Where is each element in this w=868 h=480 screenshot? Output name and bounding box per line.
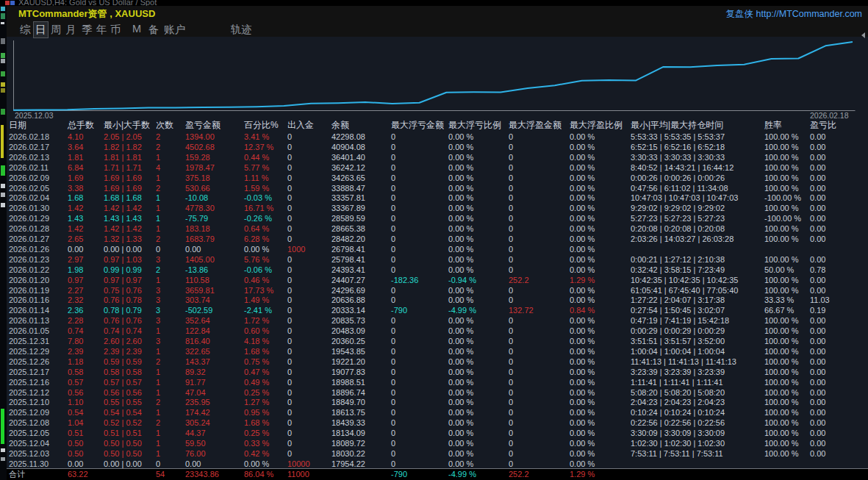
- table-row[interactable]: 2025.11.300.000.00 | 0.0000.000.00 %1000…: [7, 459, 868, 469]
- table-row[interactable]: 2025.12.040.500.50 | 0.50159.500.33 %018…: [7, 438, 868, 448]
- table-row[interactable]: 2025.12.030.500.50 | 0.50176.000.42 %018…: [7, 448, 868, 459]
- table-cell: 0: [391, 173, 447, 183]
- table-cell: 0: [287, 418, 330, 428]
- table-row[interactable]: 2026.01.221.980.99 | 0.992-13.86-0.06 %0…: [7, 265, 868, 275]
- table-cell: 0.00 %: [448, 254, 507, 265]
- table-row[interactable]: 2026.02.041.681.68 | 1.681-10.08-0.03 %0…: [7, 193, 868, 203]
- chart-left-arrow-icon: [861, 32, 865, 38]
- table-cell: 0: [287, 234, 330, 244]
- table-cell: 17954.22: [331, 459, 390, 469]
- menu-item-备[interactable]: 备: [147, 22, 161, 37]
- table-cell: 1: [156, 367, 184, 377]
- menu-item-月[interactable]: 月: [64, 22, 78, 37]
- menu-item-周[interactable]: 周: [49, 22, 63, 37]
- table-row[interactable]: 2026.01.162.320.76 | 0.783303.741.49 %02…: [7, 295, 868, 305]
- table-row[interactable]: 2025.12.081.040.52 | 0.522305.241.68 %01…: [7, 418, 868, 428]
- table-row[interactable]: 2025.12.292.392.39 | 2.391322.651.68 %01…: [7, 346, 868, 357]
- table-row[interactable]: 2026.01.142.360.78 | 0.793-502.59-2.41 %…: [7, 305, 868, 315]
- table-row[interactable]: 2026.01.301.421.42 | 1.4214778.3016.71 %…: [7, 203, 868, 213]
- table-cell: 26798.41: [331, 244, 390, 254]
- table-cell: 3: [156, 295, 184, 305]
- table-row[interactable]: 2026.01.200.970.97 | 0.971110.580.46 %02…: [7, 275, 868, 285]
- table-cell: 0.00 %: [448, 438, 507, 448]
- table-cell: 0: [391, 162, 447, 173]
- table-cell: 9:29:02 | 9:29:02 | 9:29:02: [631, 203, 763, 213]
- table-cell: 59.50: [185, 438, 243, 448]
- table-cell: -790: [391, 469, 447, 480]
- table-cell: 252.2: [509, 275, 568, 285]
- menu-item-轨迹[interactable]: 轨迹: [229, 22, 254, 37]
- table-cell: 0.00 %: [570, 336, 629, 346]
- column-header: 盈亏比: [810, 120, 836, 130]
- menu-item-日[interactable]: 日: [33, 21, 49, 38]
- toolbar-fragment: [1, 7, 5, 11]
- table-row[interactable]: 2026.02.091.691.69 | 1.691375.181.11 %03…: [7, 173, 868, 183]
- table-row[interactable]: 2026.02.173.641.82 | 1.8224502.6812.37 %…: [7, 142, 868, 152]
- brand-link[interactable]: 复盘侠 http://MTCommander.com: [726, 8, 862, 21]
- table-cell: 0.00 %: [448, 173, 507, 183]
- table-row[interactable]: 2026.01.281.421.42 | 1.421183.180.64 %02…: [7, 223, 868, 234]
- table-row[interactable]: 2025.12.050.510.51 | 0.51144.370.25 %018…: [7, 428, 868, 438]
- table-cell: 0.00 %: [570, 213, 629, 223]
- table-cell: -75.79: [185, 213, 243, 223]
- table-cell: 2026.02.11: [9, 162, 66, 173]
- table-cell: 2: [156, 132, 184, 142]
- table-row[interactable]: 2025.12.120.560.56 | 0.56147.040.25 %018…: [7, 387, 868, 398]
- table-cell: 0: [287, 377, 330, 387]
- table-row[interactable]: 2025.12.101.100.55 | 0.552235.951.27 %01…: [7, 397, 868, 407]
- table-row[interactable]: 2026.01.192.270.75 | 0.7633659.8117.73 %…: [7, 285, 868, 295]
- table-row[interactable]: 2026.02.116.841.71 | 1.7141978.475.77 %0…: [7, 162, 868, 173]
- table-row[interactable]: 2025.12.090.540.54 | 0.541174.420.95 %01…: [7, 407, 868, 418]
- table-row[interactable]: 2026.01.132.280.76 | 0.763352.641.72 %02…: [7, 315, 868, 326]
- table-cell: 174.42: [185, 407, 243, 418]
- table-cell: 28589.59: [331, 213, 390, 223]
- table-row[interactable]: 2025.12.170.580.58 | 0.58189.320.47 %019…: [7, 367, 868, 377]
- table-cell: 17.73 %: [244, 285, 286, 295]
- table-row[interactable]: 2025.12.261.180.59 | 0.592143.370.75 %01…: [7, 357, 868, 367]
- menu-item-M[interactable]: M: [131, 22, 143, 35]
- table-cell: 0.00: [810, 357, 861, 367]
- table-cell: 0: [287, 407, 330, 418]
- toolbar-fragment: [1, 457, 5, 461]
- table-row[interactable]: 2026.01.232.970.97 | 1.0331405.005.76 %0…: [7, 254, 868, 265]
- blue-square-icon: [10, 1, 15, 5]
- table-cell: 0.60 %: [244, 326, 286, 336]
- table-cell: 0.00: [810, 315, 861, 326]
- menu-item-综[interactable]: 综: [18, 22, 32, 37]
- table-row[interactable]: 2026.01.260.000.00 | 0.0000.000.00 %1000…: [7, 244, 868, 254]
- table-cell: 0.00: [810, 152, 861, 162]
- table-cell: 159.28: [185, 152, 243, 162]
- menu-item-币[interactable]: 币: [109, 22, 123, 37]
- table-cell: 8:40:52 | 14:43:21 | 16:44:12: [631, 162, 763, 173]
- table-cell: 0.00 %: [570, 244, 629, 254]
- table-row[interactable]: 2026.01.291.431.43 | 1.431-75.79-0.26 %0…: [7, 213, 868, 223]
- table-cell: 0.00: [810, 418, 861, 428]
- table-cell: 183.18: [185, 223, 243, 234]
- table-cell: 2:03:26 | 14:03:27 | 26:03:28: [631, 234, 763, 244]
- table-row[interactable]: 2026.01.272.651.32 | 1.3321683.796.28 %0…: [7, 234, 868, 244]
- table-cell: 5:53:33 | 5:53:35 | 5:53:37: [631, 132, 763, 142]
- table-cell: -790: [391, 305, 447, 315]
- table-cell: 0.00 %: [448, 448, 507, 459]
- table-cell: 0.00: [185, 244, 243, 254]
- table-cell: 0: [509, 203, 568, 213]
- table-cell: 0.00 %: [448, 203, 507, 213]
- table-row[interactable]: 2026.02.184.102.05 | 2.0521394.003.41 %0…: [7, 132, 868, 142]
- menu-item-账户[interactable]: 账户: [162, 22, 187, 37]
- table-cell: 0: [509, 173, 568, 183]
- table-cell: -182.36: [391, 275, 447, 285]
- table-row[interactable]: 2026.01.050.740.74 | 0.741122.840.60 %02…: [7, 326, 868, 336]
- table-cell: 0:00:26 | 0:00:26 | 0:00:26: [631, 173, 763, 183]
- menu-item-季[interactable]: 季: [80, 22, 94, 37]
- table-cell: 0.00 %: [448, 142, 507, 152]
- table-row[interactable]: 2025.12.317.802.60 | 2.603816.404.18 %02…: [7, 336, 868, 346]
- table-cell: 0.76 | 0.78: [104, 295, 154, 305]
- table-cell: 0.00 %: [570, 183, 629, 193]
- table-cell: 2026.01.19: [9, 285, 66, 295]
- table-row[interactable]: 2025.12.160.570.57 | 0.57191.770.49 %018…: [7, 377, 868, 387]
- table-row[interactable]: 2026.02.131.811.81 | 1.811159.280.44 %03…: [7, 152, 868, 162]
- table-cell: 0: [287, 152, 330, 162]
- table-cell: 0:47:19 | 7:41:19 | 15:42:18: [631, 315, 763, 326]
- table-row[interactable]: 2026.02.053.381.69 | 1.692530.661.59 %03…: [7, 183, 868, 193]
- menu-item-年[interactable]: 年: [95, 22, 109, 37]
